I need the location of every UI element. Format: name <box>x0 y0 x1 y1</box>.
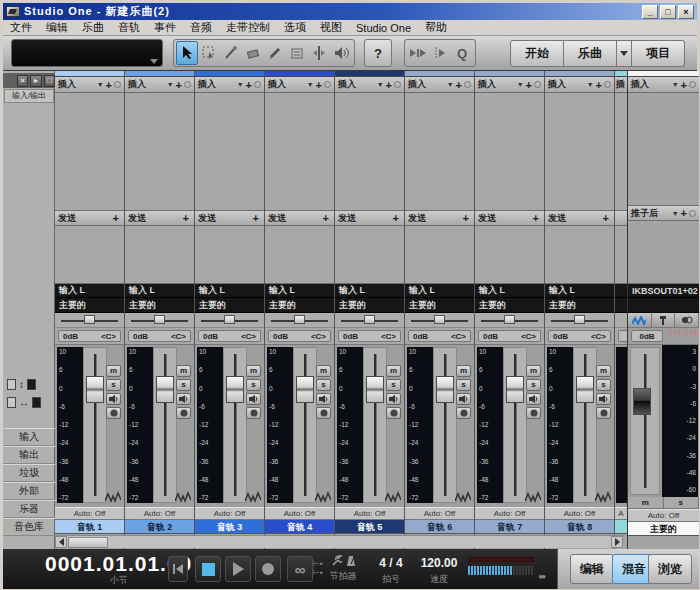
channel-name[interactable]: 音轨 4 <box>265 520 334 534</box>
chevron-down-icon[interactable]: ▼ <box>587 81 594 88</box>
record-arm-button[interactable] <box>316 407 331 419</box>
menu-item-6[interactable]: 走带控制 <box>219 20 277 35</box>
sidebar-item-1[interactable]: 输出 <box>3 446 55 464</box>
stereo-mode-button[interactable] <box>675 313 699 327</box>
output-routing-label[interactable]: 主要的 <box>475 298 544 313</box>
fader-handle[interactable] <box>576 376 594 403</box>
master-solo-button[interactable]: s <box>664 497 700 508</box>
insert-slot-area[interactable] <box>265 93 334 211</box>
master-fader[interactable] <box>630 347 660 495</box>
input-routing-label[interactable]: 输入 L <box>55 284 124 298</box>
fader-handle[interactable] <box>156 376 174 403</box>
input-routing-label[interactable]: 输入 L <box>405 284 474 298</box>
chevron-down-icon[interactable]: ▼ <box>517 81 524 88</box>
sidebar-item-5[interactable]: 音色库 <box>3 518 55 536</box>
solo-button[interactable]: s <box>106 379 121 391</box>
return-to-start-button[interactable] <box>168 556 188 582</box>
gain-value[interactable]: 0dB <box>133 332 148 341</box>
gain-value[interactable]: 0dB <box>273 332 288 341</box>
tempo-value[interactable]: 120.00 <box>415 556 463 570</box>
io-tab[interactable]: 输入/输出 <box>4 89 54 103</box>
metronome-icon[interactable] <box>346 555 356 567</box>
fader-handle[interactable] <box>86 376 104 403</box>
channel-name[interactable]: 音轨 1 <box>55 520 124 534</box>
record-arm-button[interactable] <box>456 407 471 419</box>
channel-name[interactable]: 音轨 7 <box>475 520 544 534</box>
monitor-button[interactable] <box>246 393 261 405</box>
mute-button[interactable]: m <box>526 365 541 377</box>
chevron-down-icon[interactable]: ▼ <box>377 81 384 88</box>
record-button[interactable] <box>255 556 281 582</box>
input-routing-label[interactable]: 输入 L <box>125 284 194 298</box>
pan-value[interactable]: <C> <box>171 332 186 341</box>
insert-slot-area[interactable] <box>405 93 474 211</box>
maximize-button[interactable]: □ <box>660 5 676 19</box>
start-page-button[interactable]: 开始 <box>510 40 564 67</box>
solo-button[interactable]: s <box>456 379 471 391</box>
send-slot-area[interactable] <box>265 226 334 284</box>
add-insert-button[interactable]: + <box>386 79 392 91</box>
pan-handle[interactable] <box>154 315 165 324</box>
time-signature-value[interactable]: 4 / 4 <box>371 556 411 570</box>
pan-control[interactable] <box>475 313 544 328</box>
add-insert-button[interactable]: + <box>176 79 182 91</box>
pan-handle[interactable] <box>364 315 375 324</box>
master-channel-name[interactable]: 主要的 <box>628 522 699 536</box>
pan-control[interactable] <box>335 313 404 328</box>
precount-button[interactable] <box>407 41 429 65</box>
chevron-down-icon[interactable]: ▼ <box>672 81 679 88</box>
sidebar-item-4[interactable]: 乐器 <box>3 500 55 518</box>
pan-value[interactable]: <C> <box>451 332 466 341</box>
performance-display[interactable] <box>11 39 163 67</box>
listen-tool-button[interactable] <box>330 41 352 65</box>
pan-control[interactable] <box>125 313 194 328</box>
solo-button[interactable]: s <box>526 379 541 391</box>
sidebar-item-3[interactable]: 外部 <box>3 482 55 500</box>
monitor-button[interactable] <box>526 393 541 405</box>
insert-slot-area[interactable] <box>628 93 699 206</box>
automation-mode-button[interactable]: Auto: Off <box>475 507 544 520</box>
autopunch-button[interactable] <box>429 41 451 65</box>
menu-item-4[interactable]: 事件 <box>147 20 183 35</box>
narrow-channels-control[interactable]: ↕ <box>7 377 51 392</box>
menu-item-2[interactable]: 乐曲 <box>75 20 111 35</box>
insert-slot-area[interactable] <box>125 93 194 211</box>
add-send-button[interactable]: + <box>681 207 687 219</box>
monitor-button[interactable] <box>176 393 191 405</box>
automation-mode-button[interactable]: Auto: Off <box>335 507 404 520</box>
sidebar-item-0[interactable]: 输入 <box>3 428 55 446</box>
chevron-down-icon[interactable]: ▼ <box>97 81 104 88</box>
paint-tool-button[interactable] <box>264 41 286 65</box>
add-insert-button[interactable]: + <box>246 79 252 91</box>
add-send-button[interactable]: + <box>603 212 609 224</box>
fader-handle[interactable] <box>296 376 314 403</box>
send-slot-area[interactable] <box>405 226 474 284</box>
insert-slot-area[interactable] <box>545 93 614 211</box>
send-slot-area[interactable] <box>615 226 627 284</box>
insert-slot-area[interactable] <box>195 93 264 211</box>
chevron-down-icon[interactable]: ▼ <box>237 81 244 88</box>
quantize-button[interactable]: Q <box>451 41 473 65</box>
solo-button[interactable]: s <box>596 379 611 391</box>
add-send-button[interactable]: + <box>253 212 259 224</box>
menu-item-9[interactable]: Studio One <box>349 22 418 34</box>
solo-button[interactable]: s <box>246 379 261 391</box>
fader-handle[interactable] <box>226 376 244 403</box>
send-slot-area[interactable] <box>195 226 264 284</box>
record-arm-button[interactable] <box>386 407 401 419</box>
add-send-button[interactable]: + <box>393 212 399 224</box>
automation-mode-button[interactable]: Auto: Off <box>545 507 614 520</box>
input-routing-label[interactable]: 输入 L <box>335 284 404 298</box>
chevron-down-icon[interactable]: ▼ <box>167 81 174 88</box>
output-routing-label[interactable]: 主要的 <box>335 298 404 313</box>
channel-name[interactable]: 音轨 3 <box>195 520 264 534</box>
send-slot-area[interactable] <box>125 226 194 284</box>
scroll-right-button[interactable] <box>611 536 623 548</box>
time-signature-control[interactable]: 4 / 4 拍号 <box>371 556 411 586</box>
monitor-button[interactable] <box>386 393 401 405</box>
add-insert-button[interactable]: + <box>681 79 687 91</box>
volume-fader[interactable] <box>223 347 247 503</box>
mute-button[interactable]: m <box>386 365 401 377</box>
song-page-button[interactable]: 乐曲 <box>564 40 617 67</box>
solo-button[interactable]: s <box>316 379 331 391</box>
